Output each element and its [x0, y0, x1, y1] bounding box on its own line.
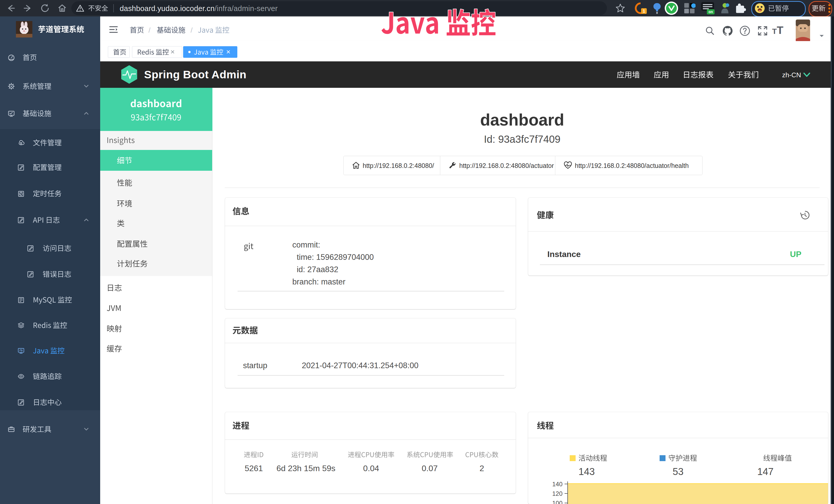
svg-text:1: 1	[643, 9, 645, 13]
svg-text:on: on	[708, 10, 713, 14]
